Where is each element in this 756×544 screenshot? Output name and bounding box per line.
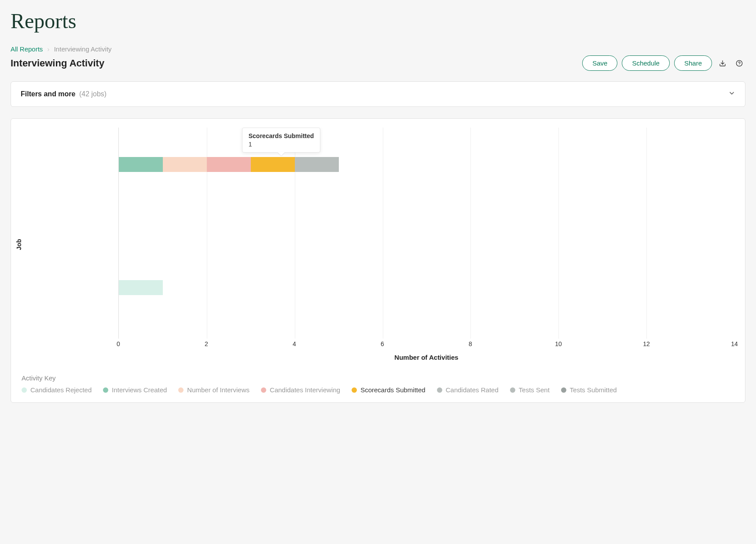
legend-item[interactable]: Candidates Interviewing — [261, 386, 340, 394]
bar-stack[interactable] — [119, 329, 734, 339]
legend-label: Number of Interviews — [187, 386, 250, 394]
page-title: Reports — [11, 9, 745, 33]
legend-label: Candidates Interviewing — [270, 386, 340, 394]
save-button[interactable]: Save — [582, 55, 617, 71]
filters-label: Filters and more — [21, 90, 75, 98]
legend-item[interactable]: Candidates Rejected — [22, 386, 92, 394]
chart-row: Sales Engineer II0 — [119, 325, 734, 339]
tooltip-title: Scorecards Submitted — [249, 132, 314, 139]
bar-stack[interactable] — [119, 132, 734, 147]
legend-item[interactable]: Scorecards Submitted — [352, 386, 426, 394]
download-icon[interactable] — [716, 57, 729, 69]
x-tick-label: 8 — [469, 340, 472, 347]
legend-item[interactable]: Number of Interviews — [178, 386, 250, 394]
breadcrumb-current: Interviewing Activity — [54, 45, 112, 53]
legend-label: Tests Submitted — [570, 386, 617, 394]
chart-card: Job UX Designer0Technical Support Specia… — [11, 118, 745, 403]
chevron-right-icon: › — [48, 45, 50, 53]
schedule-button[interactable]: Schedule — [622, 55, 670, 71]
legend-label: Tests Sent — [519, 386, 550, 394]
legend-swatch-icon — [103, 387, 108, 393]
legend-swatch-icon — [261, 387, 266, 393]
bar-stack[interactable] — [119, 305, 734, 320]
x-tick-label: 2 — [205, 340, 208, 347]
help-icon[interactable] — [733, 57, 745, 69]
x-tick-label: 6 — [381, 340, 384, 347]
bar-stack[interactable] — [119, 256, 734, 270]
x-tick-label: 4 — [293, 340, 296, 347]
x-axis: 02468101214 — [118, 339, 734, 352]
chart-row: Senior Financial Systems...1 — [119, 275, 734, 300]
chart-row: Software Engineer II0 — [119, 226, 734, 251]
legend-swatch-icon — [22, 387, 27, 393]
legend-item[interactable]: Candidates Rated — [437, 386, 499, 394]
legend-swatch-icon — [561, 387, 566, 393]
y-axis-title: Job — [15, 239, 22, 250]
filters-count: (42 jobs) — [79, 90, 106, 98]
legend-swatch-icon — [437, 387, 442, 393]
legend-item[interactable]: Interviews Created — [103, 386, 167, 394]
legend-item[interactable]: Tests Submitted — [561, 386, 617, 394]
tooltip-value: 1 — [249, 141, 314, 148]
bar-stack[interactable] — [119, 206, 734, 221]
x-tick-label: 10 — [555, 340, 562, 347]
legend-swatch-icon — [178, 387, 183, 393]
filters-panel[interactable]: Filters and more (42 jobs) — [11, 81, 745, 107]
bar-segment[interactable] — [207, 157, 251, 172]
chart-row: Team Manager, Customer S...0 — [119, 201, 734, 226]
x-tick-label: 12 — [643, 340, 650, 347]
x-axis-title: Number of Activities — [118, 354, 734, 361]
legend-label: Scorecards Submitted — [360, 386, 426, 394]
legend-label: Candidates Rejected — [30, 386, 92, 394]
bar-stack[interactable] — [119, 231, 734, 246]
chart-row: Technical Support Specia...5 — [119, 152, 734, 177]
legend-item[interactable]: Tests Sent — [510, 386, 550, 394]
x-tick-label: 14 — [731, 340, 738, 347]
tooltip-arrow-icon — [278, 152, 285, 156]
share-button[interactable]: Share — [674, 55, 712, 71]
bar-stack[interactable] — [119, 157, 734, 172]
legend: Activity Key Candidates RejectedIntervie… — [22, 374, 734, 394]
breadcrumb-root-link[interactable]: All Reports — [11, 45, 43, 53]
chart-row: Technical Consultant0 — [119, 177, 734, 201]
legend-swatch-icon — [510, 387, 515, 393]
header-actions: Save Schedule Share — [582, 55, 745, 71]
chart-tooltip: Scorecards Submitted1 — [242, 128, 321, 153]
chart-plot-area: UX Designer0Technical Support Specia...5… — [118, 128, 734, 339]
bar-segment[interactable] — [119, 280, 163, 295]
bar-segment[interactable] — [163, 157, 207, 172]
breadcrumb: All Reports › Interviewing Activity — [11, 45, 745, 53]
bar-stack[interactable] — [119, 280, 734, 295]
legend-swatch-icon — [352, 387, 357, 393]
bar-segment[interactable] — [295, 157, 339, 172]
chart-row: Senior Editor, Creative0 — [119, 300, 734, 325]
bar-segment[interactable] — [119, 157, 163, 172]
section-title: Interviewing Activity — [11, 58, 104, 69]
chevron-down-icon — [728, 90, 735, 99]
x-tick-label: 0 — [117, 340, 120, 347]
bar-stack[interactable] — [119, 182, 734, 197]
chart-row: UX Designer0 — [119, 128, 734, 152]
legend-title: Activity Key — [22, 374, 734, 382]
legend-label: Interviews Created — [112, 386, 167, 394]
legend-label: Candidates Rated — [446, 386, 499, 394]
chart-row: Software Engineer I0 — [119, 251, 734, 275]
bar-segment[interactable] — [251, 157, 295, 172]
